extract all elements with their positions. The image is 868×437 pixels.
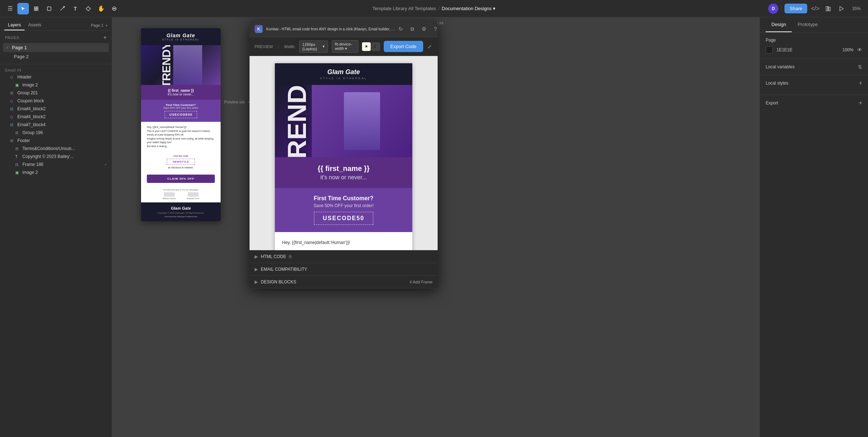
pen-tool-button[interactable] — [56, 3, 68, 14]
layer-frame186[interactable]: ⊟ Frame 186 ↗ — [0, 160, 112, 168]
expand-icon[interactable]: ⤢ — [427, 42, 433, 51]
tab-layers[interactable]: Layers — [4, 20, 25, 30]
email-preview-card: Glam Gate STYLE IS ETHEREAL TRENDY {{ fi… — [141, 28, 221, 221]
pages-label: Pages — [5, 35, 20, 40]
local-variables-row[interactable]: Local variables ⇅ — [766, 64, 862, 70]
pec-coupon-sub: Save 50% OFF your first order! — [282, 203, 405, 208]
variables-icon: ⇅ — [858, 64, 862, 70]
email-compat-row[interactable]: ▶ EMAIL COMPATIBILITY — [250, 263, 438, 276]
layer-group196[interactable]: ⊞ Group 196 — [0, 129, 112, 137]
frame-icon-3: ⊟ — [15, 162, 20, 167]
component-tool-button[interactable] — [82, 3, 94, 14]
comment-tool-button[interactable] — [109, 3, 120, 14]
code-icon[interactable]: </> — [810, 4, 820, 14]
layer-coupon-block[interactable]: ◇ Coupon block — [0, 97, 112, 105]
layer-name-coupon: Coupon block — [17, 98, 44, 103]
layer-name-terms: Terms&Conditions/Unsub... — [22, 146, 75, 151]
present-icon[interactable] — [836, 4, 846, 14]
design-blocks-row[interactable]: ▶ DESIGN BLOCKS # Add Frame — [250, 276, 438, 288]
page-color-swatch[interactable] — [766, 46, 773, 53]
image-icon: ▣ — [15, 83, 20, 87]
ep-footer-bar: Glam Gate Copyright © 2024 Glamgate. All… — [141, 202, 221, 221]
zoom-level[interactable]: 35% — [849, 5, 864, 13]
group-icon-3: ⊞ — [10, 138, 15, 143]
layer-name-group201: Group 201 — [17, 90, 38, 95]
layer-header[interactable]: ◇ Header — [0, 73, 112, 81]
frame-icon: ⊟ — [10, 107, 15, 111]
ep-coupon-code: USECODE50 — [165, 111, 197, 118]
layer-image2-1[interactable]: ▣ image 2 — [0, 81, 112, 89]
copy-icon[interactable]: ⎘ — [289, 254, 292, 259]
layer-email4-block2-comp[interactable]: ◇ Email4_block2 — [0, 113, 112, 121]
move-tool-button[interactable] — [17, 3, 29, 14]
left-panel: Layers Assets Page 1 ▾ Pages + ✓ Page 1 … — [0, 17, 112, 437]
layer-email7-block4[interactable]: ⊟ Email7_block4 — [0, 121, 112, 129]
hand-tool-button[interactable]: ✋ — [95, 3, 107, 14]
plugin-titlebar: K Kombai - HTML email code from ANY desi… — [250, 21, 438, 37]
fit-selector[interactable]: fit-device-width ▾ — [332, 40, 359, 53]
library-icon[interactable] — [823, 4, 833, 14]
topbar-right: D Share </> 35% — [768, 4, 864, 14]
pec-coupon-code: USECODE50 — [314, 212, 374, 225]
group-icon-2: ⊞ — [15, 130, 20, 135]
page-item-2[interactable]: Page 2 — [3, 52, 109, 61]
layer-name-email4b2: Email4_block2 — [17, 106, 46, 111]
menu-button[interactable]: ☰ — [4, 3, 16, 14]
layer-footer[interactable]: ⊞ Footer — [0, 137, 112, 145]
page-check-icon: ✓ — [6, 45, 9, 50]
ep-footer-brand: Glam Gate — [147, 206, 215, 210]
duplicate-icon[interactable]: ⧉ — [408, 25, 417, 33]
toolbar-divider: | — [278, 44, 279, 49]
pec-coupon-title: First Time Customer? — [282, 195, 405, 202]
ep-trendy: TRENDY — [160, 45, 173, 85]
pages-add-icon[interactable]: + — [103, 34, 107, 41]
breadcrumb-current[interactable]: Documentation Designs ▾ — [442, 6, 495, 11]
main-area: Layers Assets Page 1 ▾ Pages + ✓ Page 1 … — [0, 17, 868, 437]
pages-header: Pages + — [0, 31, 112, 43]
pec-trendy: TRENDY — [282, 85, 312, 157]
layer-copyright[interactable]: T Copyright © 2023 Bailey'... — [0, 153, 112, 160]
toolbar-tools: ☰ T ✋ — [4, 3, 120, 14]
plugin-help-icon[interactable]: ? — [431, 25, 438, 33]
tab-assets[interactable]: Assets — [25, 20, 45, 30]
frame-tool-button[interactable] — [30, 3, 42, 14]
light-theme-btn[interactable]: ☀ — [362, 42, 371, 51]
breadcrumb: Template Library All Templates / Documen… — [373, 6, 496, 11]
shape-tool-button[interactable] — [43, 3, 55, 14]
frame-icon-2: ⊟ — [10, 123, 15, 127]
tab-prototype[interactable]: Prototype — [792, 17, 824, 32]
width-selector[interactable]: 1280px (Laptop) ▾ — [299, 40, 328, 53]
layer-email4-block2-frame[interactable]: ⊟ Email4_block2 — [0, 105, 112, 113]
ep-code-block: Use the code NEWSTYLE at checkout to red… — [141, 152, 221, 172]
layer-terms[interactable]: ⊞ Terms&Conditions/Unsub... — [0, 145, 112, 153]
plugin-settings-icon[interactable]: ⚙ — [420, 25, 428, 33]
user-avatar[interactable]: D — [768, 4, 778, 14]
page-item-1[interactable]: ✓ Page 1 — [3, 43, 109, 52]
component-icon-3: ◇ — [10, 115, 15, 119]
email-compat-label: EMAIL COMPATIBILITY — [261, 267, 307, 272]
ep-firstname: {{ first_name }} — [147, 89, 215, 93]
layer-image2-2[interactable]: ▣ image 2 — [0, 168, 112, 176]
export-add-icon[interactable]: + — [859, 100, 862, 106]
export-code-button[interactable]: Export Code — [384, 41, 423, 52]
pec-subtitle: it's now or never... — [282, 174, 405, 181]
right-panel-tabs: Design Prototype — [760, 17, 868, 33]
svg-rect-1 — [37, 7, 38, 8]
preview-label: PREVIEW — [255, 44, 273, 49]
local-styles-add-icon[interactable]: + — [859, 80, 862, 86]
share-button[interactable]: Share — [784, 4, 807, 13]
plugin-logo: K — [255, 25, 263, 33]
page-tab[interactable]: Page 1 — [91, 23, 103, 27]
pages-list: ✓ Page 1 Page 2 — [0, 43, 112, 64]
refresh-icon[interactable]: ↻ — [396, 25, 405, 33]
chevron-down-icon: ▾ — [493, 6, 495, 11]
tab-design[interactable]: Design — [766, 17, 792, 32]
text-tool-button[interactable]: T — [69, 3, 81, 14]
group-icon: ⊞ — [10, 91, 15, 95]
plugin-title-text: Kombai - HTML email code from ANY design… — [266, 27, 396, 31]
html-code-row[interactable]: ▶ HTML CODE ⎘ — [250, 250, 438, 263]
breadcrumb-path: Template Library All Templates / Documen… — [373, 6, 496, 11]
visibility-icon[interactable]: 👁 — [857, 47, 862, 53]
layer-group201[interactable]: ⊞ Group 201 — [0, 89, 112, 97]
dark-theme-btn[interactable]: ☾ — [371, 42, 380, 51]
